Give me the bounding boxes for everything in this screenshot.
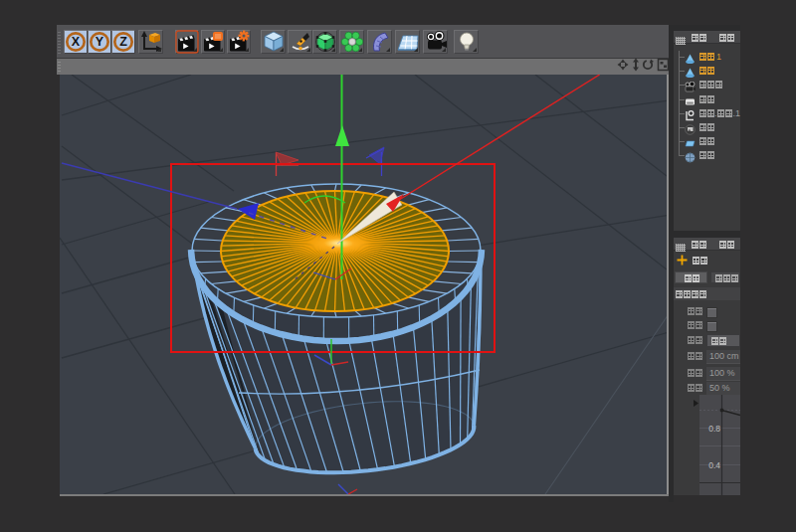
svg-text:0.4: 0.4 [708,460,720,470]
svg-text:X: X [72,35,81,49]
svg-text:Y: Y [96,35,104,49]
svg-text:Z: Z [119,35,127,49]
svg-text:0.8: 0.8 [708,424,720,434]
